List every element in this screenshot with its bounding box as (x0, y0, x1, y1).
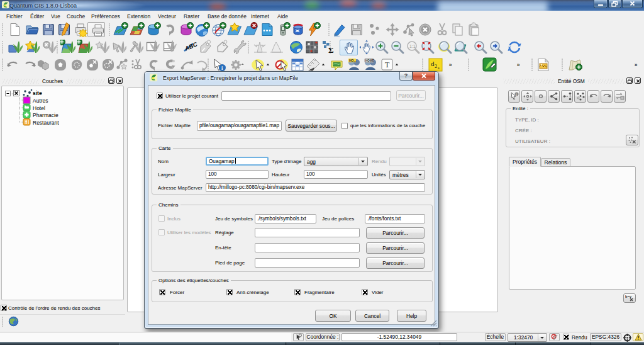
svg-text:s: s (438, 65, 440, 71)
svg-text:»: » (635, 62, 638, 68)
svg-text:2: 2 (435, 64, 437, 69)
svg-text:k=v: k=v (625, 295, 632, 298)
svg-text:1:1: 1:1 (409, 44, 416, 48)
svg-text:HO...: HO... (349, 59, 357, 62)
svg-text:ABC: ABC (183, 40, 198, 52)
svg-text:»: » (449, 62, 452, 68)
svg-text:Σ: Σ (328, 45, 334, 55)
svg-text:HOME: HOME (365, 59, 374, 62)
svg-text:T: T (385, 60, 390, 69)
svg-text:»: » (517, 62, 520, 68)
